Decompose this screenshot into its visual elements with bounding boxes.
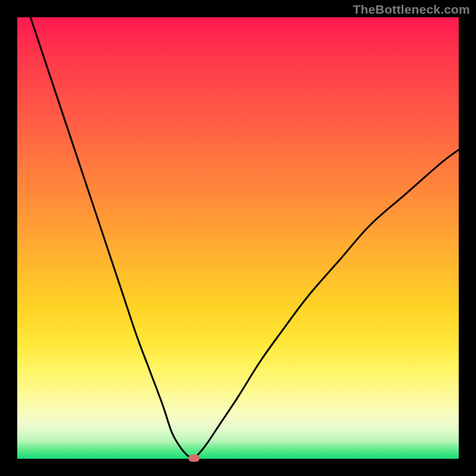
plot-area	[17, 17, 459, 459]
optimum-marker	[188, 455, 199, 462]
watermark-text: TheBottleneck.com	[353, 2, 470, 17]
bottleneck-curve	[17, 17, 459, 459]
curve-path	[30, 17, 459, 458]
chart-frame: TheBottleneck.com	[0, 0, 476, 476]
